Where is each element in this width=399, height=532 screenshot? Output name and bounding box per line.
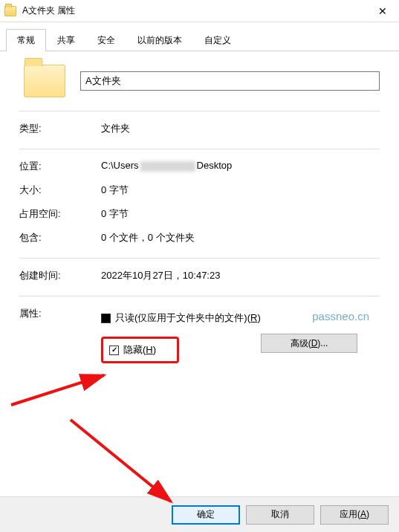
- folder-large-icon: [24, 65, 65, 97]
- folder-name-input[interactable]: [80, 71, 380, 91]
- readonly-label: 只读(仅应用于文件夹中的文件)(R): [115, 311, 261, 325]
- location-value: C:\UsersDesktop: [101, 160, 380, 173]
- location-label: 位置:: [19, 160, 101, 173]
- readonly-checkbox-row[interactable]: 只读(仅应用于文件夹中的文件)(R): [101, 311, 380, 325]
- type-value: 文件夹: [101, 122, 380, 135]
- content-area: 类型: 文件夹 位置: C:\UsersDesktop 大小: 0 字节 占用空…: [0, 51, 399, 381]
- separator: [19, 111, 380, 111]
- separator: [19, 149, 380, 149]
- type-label: 类型:: [19, 122, 101, 135]
- size-value: 0 字节: [101, 184, 380, 197]
- size-on-disk-value: 0 字节: [101, 207, 380, 221]
- contains-label: 包含:: [19, 231, 101, 244]
- attributes-label: 属性:: [19, 307, 101, 320]
- button-bar: 确定 取消 应用(A): [0, 496, 399, 532]
- tab-general[interactable]: 常规: [6, 29, 46, 51]
- tab-security[interactable]: 安全: [86, 29, 126, 51]
- folder-icon: [4, 6, 16, 16]
- separator: [19, 258, 380, 259]
- size-label: 大小:: [19, 184, 101, 197]
- created-label: 创建时间:: [19, 269, 101, 282]
- hidden-label: 隐藏(H): [123, 343, 156, 357]
- hidden-checkbox-highlight: 隐藏(H): [101, 337, 179, 363]
- hidden-checkbox[interactable]: [109, 346, 119, 355]
- size-on-disk-label: 占用空间:: [19, 207, 101, 221]
- contains-value: 0 个文件，0 个文件夹: [101, 231, 380, 244]
- ok-button[interactable]: 确定: [172, 505, 240, 525]
- tab-previous-versions[interactable]: 以前的版本: [126, 29, 193, 51]
- window-title: A文件夹 属性: [22, 4, 366, 17]
- created-value: 2022年10月27日，10:47:23: [101, 269, 380, 282]
- title-bar: A文件夹 属性 ✕: [0, 0, 399, 22]
- tab-strip: 常规 共享 安全 以前的版本 自定义: [0, 22, 399, 51]
- tab-customize[interactable]: 自定义: [193, 29, 242, 51]
- location-prefix: C:\Users: [101, 160, 139, 171]
- svg-line-1: [71, 420, 171, 502]
- readonly-checkbox[interactable]: [101, 314, 111, 323]
- location-suffix: Desktop: [197, 160, 233, 171]
- tab-sharing[interactable]: 共享: [46, 29, 86, 51]
- apply-button[interactable]: 应用(A): [320, 505, 389, 525]
- close-button[interactable]: ✕: [366, 0, 399, 22]
- cancel-button[interactable]: 取消: [246, 505, 314, 525]
- advanced-button[interactable]: 高级(D)...: [261, 334, 357, 353]
- separator: [19, 296, 380, 296]
- redacted-text: [140, 161, 195, 172]
